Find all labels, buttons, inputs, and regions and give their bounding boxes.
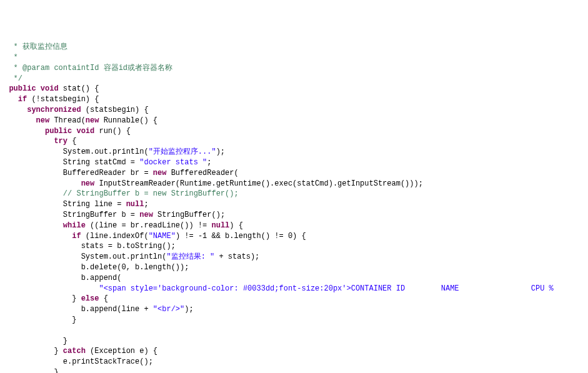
code-token-keyword: new — [153, 169, 167, 177]
code-token-normal: String statCmd = — [63, 158, 139, 167]
code-token-normal: { — [99, 294, 107, 303]
code-token-keyword: while — [63, 221, 86, 230]
code-token-string: "<span style='background-color: #0033dd;… — [99, 284, 588, 293]
code-line[interactable]: } — [0, 336, 588, 347]
code-token-normal: ((line = br.readLine()) != — [86, 221, 212, 230]
code-token-normal: b.append( — [81, 274, 122, 282]
code-token-normal: b.append(line + — [81, 305, 153, 314]
code-token-normal: stat() { — [59, 84, 99, 93]
code-token-keyword: else — [81, 294, 99, 303]
code-token-normal: } — [72, 316, 76, 324]
code-token-string: "开始监控程序..." — [149, 147, 216, 156]
code-line[interactable]: */ — [0, 74, 588, 84]
code-line[interactable]: synchronized (statsbegin) { — [0, 105, 588, 116]
code-token-normal: ); — [216, 147, 225, 156]
code-token-string: "NAME" — [149, 232, 176, 241]
code-line[interactable]: new Thread(new Runnable() { — [0, 116, 588, 126]
code-token-normal: run() { — [94, 127, 131, 136]
code-token-normal: Runnable() { — [99, 116, 157, 125]
code-token-normal: } — [72, 294, 81, 303]
code-line[interactable]: } — [0, 315, 588, 326]
code-token-normal: b.delete(0, b.length()); — [81, 263, 189, 272]
code-token-keyword: new — [86, 116, 99, 125]
code-token-normal: ; — [207, 158, 211, 167]
code-line[interactable]: String statCmd = "docker stats "; — [0, 157, 588, 168]
code-token-normal: System.out.println( — [81, 252, 167, 261]
code-token-comment: * — [14, 53, 22, 62]
code-token-comment: * @param containtId 容器id或者容器名称 — [14, 64, 172, 72]
code-token-normal: BufferedReader br = — [63, 169, 153, 177]
code-line[interactable]: while ((line = br.readLine()) != null) { — [0, 221, 588, 231]
code-token-keyword: catch — [63, 347, 86, 356]
code-line[interactable]: System.out.println("开始监控程序..."); — [0, 147, 588, 157]
code-token-normal: } — [63, 337, 67, 346]
code-token-keyword: null — [126, 200, 144, 209]
code-token-keyword: new — [81, 179, 95, 188]
code-token-string: "<br/>" — [153, 305, 184, 314]
code-line[interactable]: b.delete(0, b.length()); — [0, 262, 588, 273]
code-line[interactable]: e.printStackTrace(); — [0, 357, 588, 367]
code-line[interactable]: } catch (Exception e) { — [0, 346, 588, 357]
code-token-normal: ); — [184, 305, 193, 314]
code-line[interactable]: * @param containtId 容器id或者容器名称 — [0, 63, 588, 74]
code-token-normal: stats = b.toString(); — [81, 242, 176, 251]
code-token-keyword: if — [72, 232, 81, 241]
code-token-normal: (line.indexOf( — [81, 232, 149, 241]
code-token-keyword: void — [76, 127, 94, 136]
code-line[interactable]: try { — [0, 136, 588, 147]
code-token-keyword: public — [45, 127, 72, 136]
code-token-string: "docker stats " — [139, 158, 207, 167]
code-line[interactable]: // StringBuffer b = new StringBuffer(); — [0, 189, 588, 199]
code-token-normal: String line = — [63, 200, 126, 209]
code-line[interactable]: b.append( — [0, 273, 588, 284]
code-line[interactable]: "<span style='background-color: #0033dd;… — [0, 284, 588, 294]
code-line[interactable]: public void stat() { — [0, 84, 588, 94]
code-token-keyword: void — [41, 84, 59, 93]
code-line[interactable]: if (line.indexOf("NAME") != -1 && b.leng… — [0, 231, 588, 242]
code-token-keyword: new — [36, 116, 50, 125]
code-token-comment: * 获取监控信息 — [14, 42, 67, 51]
code-token-keyword: public — [9, 84, 36, 93]
code-line[interactable]: StringBuffer b = new StringBuffer(); — [0, 210, 588, 221]
code-token-string: "监控结果: " — [166, 252, 214, 261]
code-token-normal: + stats); — [214, 252, 259, 261]
code-token-normal: (statsbegin) { — [81, 106, 149, 114]
code-line[interactable]: System.out.println("监控结果: " + stats); — [0, 252, 588, 262]
code-token-normal: System.out.println( — [63, 147, 149, 156]
code-token-normal: StringBuffer b = — [63, 211, 139, 219]
code-token-keyword: if — [18, 95, 27, 104]
code-token-normal — [36, 84, 41, 93]
code-token-normal: } — [54, 347, 62, 356]
code-token-normal: BufferedReader( — [166, 169, 238, 177]
code-token-normal: { — [67, 137, 76, 146]
code-token-normal: ; — [144, 200, 148, 209]
code-line[interactable]: String line = null; — [0, 199, 588, 210]
code-line[interactable]: BufferedReader br = new BufferedReader( — [0, 168, 588, 179]
code-token-normal: InputStreamReader(Runtime.getRuntime().e… — [94, 179, 423, 188]
code-token-comment: // StringBuffer b = new StringBuffer(); — [63, 189, 239, 198]
code-token-normal: ) != -1 && b.length() != 0) { — [176, 232, 306, 241]
code-line[interactable]: stats = b.toString(); — [0, 241, 588, 252]
code-token-normal: StringBuffer(); — [153, 211, 225, 219]
code-line[interactable]: } else { — [0, 294, 588, 304]
code-token-normal: Thread( — [49, 116, 86, 125]
code-token-normal: ) { — [229, 221, 243, 230]
code-token-keyword: synchronized — [27, 106, 81, 114]
code-token-comment: */ — [14, 74, 22, 83]
code-line[interactable]: * 获取监控信息 — [0, 42, 588, 52]
code-line[interactable]: public void run() { — [0, 126, 588, 137]
code-line[interactable]: } — [0, 367, 588, 373]
code-token-normal: e.printStackTrace(); — [63, 357, 153, 366]
code-token-normal: (Exception e) { — [86, 347, 157, 356]
code-token-keyword: try — [54, 137, 67, 146]
code-line[interactable]: new InputStreamReader(Runtime.getRuntime… — [0, 179, 588, 189]
code-line[interactable] — [0, 326, 588, 336]
code-token-normal: (!statsbegin) { — [27, 95, 99, 104]
code-editor[interactable]: * 获取监控信息 * * @param containtId 容器id或者容器名… — [0, 42, 588, 373]
code-line[interactable]: if (!statsbegin) { — [0, 94, 588, 105]
code-token-normal: } — [54, 368, 58, 373]
code-token-keyword: null — [211, 221, 229, 230]
code-line[interactable]: * — [0, 52, 588, 63]
code-token-keyword: new — [139, 211, 153, 219]
code-line[interactable]: b.append(line + "<br/>"); — [0, 304, 588, 315]
